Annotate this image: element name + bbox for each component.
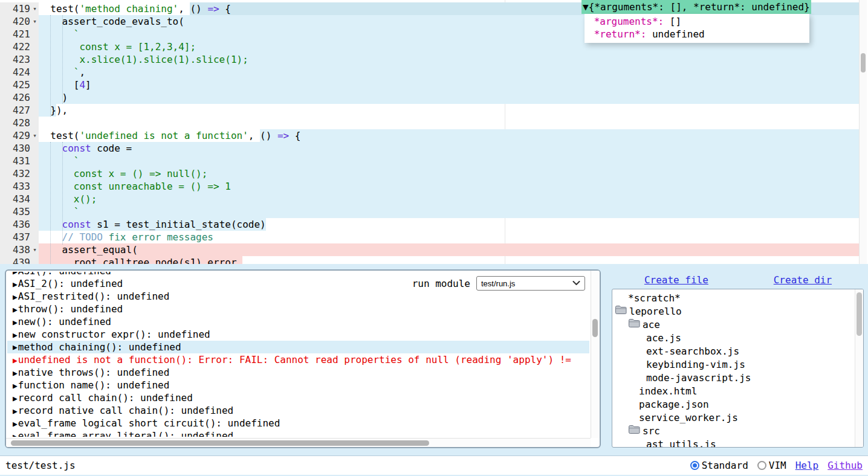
file-tree-item[interactable]: service_worker.js (612, 411, 854, 425)
inspected-value-summary[interactable]: ▼{*arguments*: [], *return*: undefined} (581, 0, 811, 14)
files-vertical-scrollbar[interactable] (855, 289, 863, 447)
line-number-gutter[interactable]: 425 (0, 79, 39, 91)
line-number-gutter[interactable]: 431 (0, 155, 39, 167)
file-tree-item[interactable]: src (612, 425, 854, 438)
tooltip-entry[interactable]: *arguments*: [] (588, 15, 809, 28)
code-editor[interactable]: 419▾ test('method chaining', () => {420▾… (0, 0, 868, 264)
editor-vertical-scrollbar[interactable] (859, 0, 867, 264)
output-vscrollbar-thumb[interactable] (592, 319, 598, 337)
code-line[interactable]: 430 const code = (0, 142, 859, 155)
line-number-gutter[interactable]: 435 (0, 205, 39, 218)
code-line[interactable]: 431 ` (0, 155, 859, 167)
test-result-row[interactable]: ▶ASI_restrited(): undefined (7, 290, 589, 303)
expand-arrow-icon[interactable]: ▶ (13, 280, 18, 289)
expand-arrow-icon[interactable]: ▶ (13, 272, 18, 276)
code-line[interactable]: 429▾ test('undefined is not a function',… (0, 129, 859, 142)
code-line[interactable]: 428 (0, 117, 859, 129)
code-line[interactable]: 436 const s1 = test_initial_state(code) (0, 218, 859, 231)
output-vertical-scrollbar[interactable] (591, 271, 600, 438)
test-result-row[interactable]: ▶eval_frame array_literal(): undefined (7, 429, 589, 437)
line-number-gutter[interactable]: 419▾ (0, 2, 39, 15)
expand-arrow-icon[interactable]: ▶ (13, 381, 18, 390)
file-tree-item[interactable]: index.html (612, 385, 854, 398)
expand-arrow-icon[interactable]: ▶ (13, 432, 18, 437)
file-tree-item[interactable]: ast_utils.js (612, 438, 854, 448)
expand-arrow-icon[interactable]: ▶ (13, 292, 18, 301)
standard-radio[interactable] (690, 461, 699, 470)
code-line[interactable]: 432 const x = () => null(); (0, 167, 859, 180)
line-number-gutter[interactable]: 423 (0, 53, 39, 66)
expand-arrow-icon[interactable]: ▶ (13, 330, 18, 339)
code-line[interactable]: 423 x.slice(1).slice(1).slice(1); (0, 53, 859, 66)
code-line[interactable]: 433 const unreachable = () => 1 (0, 180, 859, 193)
file-tree-item[interactable]: keybinding-vim.js (612, 358, 854, 371)
tooltip-entry[interactable]: *return*: undefined (588, 28, 809, 40)
create-file-link[interactable]: Create file (644, 274, 708, 286)
test-result-row[interactable]: ▶throw(): undefined (7, 303, 589, 315)
file-tree-item[interactable]: ace (612, 318, 854, 332)
expand-arrow-icon[interactable]: ▶ (13, 318, 18, 327)
test-result-row[interactable]: ▶record native call chain(): undefined (7, 404, 589, 417)
line-number-gutter[interactable]: 439 (0, 256, 39, 264)
fold-arrow-icon[interactable]: ▾ (31, 15, 39, 28)
module-select[interactable]: test/run.js (476, 276, 585, 291)
line-number-gutter[interactable]: 427 (0, 104, 39, 117)
file-tree-item[interactable]: leporello (612, 305, 854, 318)
expand-arrow-icon[interactable]: ▶ (13, 419, 18, 428)
file-tree-item[interactable]: mode-javascript.js (612, 371, 854, 385)
line-number-gutter[interactable]: 420▾ (0, 15, 39, 28)
test-result-row[interactable]: ▶new(): undefined (7, 315, 589, 328)
code-line[interactable]: 434 x(); (0, 193, 859, 205)
vim-radio[interactable] (757, 461, 766, 470)
expand-arrow-icon[interactable]: ▶ (13, 341, 18, 353)
code-line[interactable]: 425 [4] (0, 79, 859, 91)
keybinding-standard-option[interactable]: Standard (690, 460, 748, 471)
expand-arrow-icon[interactable]: ▶ (13, 368, 18, 378)
line-number-gutter[interactable]: 438▾ (0, 243, 39, 256)
line-number-gutter[interactable]: 434 (0, 193, 39, 205)
test-result-row[interactable]: ▶method chaining(): undefined (7, 341, 589, 353)
line-number-gutter[interactable]: 430 (0, 142, 39, 155)
fold-arrow-icon[interactable]: ▾ (31, 129, 39, 142)
output-horizontal-scrollbar[interactable] (6, 438, 591, 447)
file-tree-item[interactable]: *scratch* (612, 292, 854, 305)
code-line[interactable]: 424 `, (0, 66, 859, 79)
code-line[interactable]: 437 // TODO fix error messages (0, 231, 859, 243)
output-hscrollbar-thumb[interactable] (11, 440, 429, 446)
code-line[interactable]: 426 ) (0, 91, 859, 104)
fold-arrow-icon[interactable]: ▾ (31, 2, 39, 15)
code-line[interactable]: 427 }), (0, 104, 859, 117)
line-number-gutter[interactable]: 436 (0, 218, 39, 231)
create-dir-link[interactable]: Create dir (774, 274, 832, 286)
expand-arrow-icon[interactable]: ▶ (13, 305, 18, 314)
test-result-row[interactable]: ▶new constructor expr(): undefined (7, 328, 589, 341)
editor-scrollbar-thumb[interactable] (861, 53, 866, 72)
line-number-gutter[interactable]: 428 (0, 117, 39, 129)
line-number-gutter[interactable]: 432 (0, 167, 39, 180)
expand-arrow-icon[interactable]: ▶ (13, 394, 18, 403)
file-tree-item[interactable]: package.json (612, 398, 854, 411)
expand-arrow-icon[interactable]: ▶ (13, 356, 18, 365)
line-number-gutter[interactable]: 426 (0, 91, 39, 104)
help-link[interactable]: Help (795, 460, 819, 471)
code-line[interactable]: 438▾ assert_equal( (0, 243, 859, 256)
line-number-gutter[interactable]: 437 (0, 231, 39, 243)
line-number-gutter[interactable]: 421 (0, 28, 39, 40)
test-result-row[interactable]: ▶eval_frame logical short circuit(): und… (7, 417, 589, 429)
test-result-row[interactable]: ▶record call chain(): undefined (7, 391, 589, 404)
line-number-gutter[interactable]: 433 (0, 180, 39, 193)
line-number-gutter[interactable]: 422 (0, 40, 39, 53)
line-number-gutter[interactable]: 424 (0, 66, 39, 79)
github-link[interactable]: Github (828, 460, 863, 471)
keybinding-vim-option[interactable]: VIM (757, 460, 786, 471)
expand-arrow-icon[interactable]: ▶ (13, 407, 18, 416)
code-line[interactable]: 435 ` (0, 205, 859, 218)
file-tree-item[interactable]: ace.js (612, 332, 854, 345)
files-vscrollbar-thumb[interactable] (857, 292, 862, 336)
test-result-row[interactable]: ▶undefined is not a function(): Error: F… (7, 353, 589, 366)
test-result-row[interactable]: ▶function name(): undefined (7, 379, 589, 391)
code-line[interactable]: 439 root_calltree_node(s1).error, (0, 256, 859, 264)
line-number-gutter[interactable]: 429▾ (0, 129, 39, 142)
test-result-row[interactable]: ▶native throws(): undefined (7, 366, 589, 379)
fold-arrow-icon[interactable]: ▾ (31, 243, 39, 256)
